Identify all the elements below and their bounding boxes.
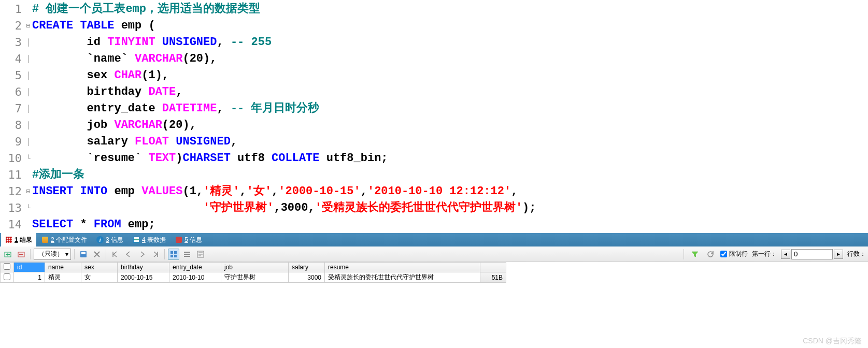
column-header[interactable]: salary bbox=[289, 263, 325, 272]
prev-row-icon[interactable] bbox=[123, 249, 134, 260]
code-token: ; bbox=[529, 201, 536, 214]
code-token: INSERT bbox=[32, 185, 73, 198]
code-token: FROM bbox=[94, 218, 121, 231]
code-line[interactable]: # 创建一个员工表emp，选用适当的数据类型 bbox=[32, 1, 868, 18]
table-row[interactable]: 1精灵女2000-10-152010-10-10守护世界树3000受精灵族长的委… bbox=[1, 272, 506, 283]
cell-sex[interactable]: 女 bbox=[81, 272, 118, 283]
code-token: SELECT bbox=[32, 218, 73, 231]
line-number: 7 bbox=[0, 100, 22, 117]
code-line[interactable]: SELECT * FROM emp; bbox=[32, 216, 868, 233]
limit-rows-input[interactable] bbox=[720, 251, 727, 257]
blob-size-header bbox=[480, 263, 506, 272]
filter-icon[interactable] bbox=[689, 249, 701, 260]
cell-birthday[interactable]: 2000-10-15 bbox=[118, 272, 169, 283]
fold-gutter[interactable]: ⊟│││││││└ ⊟└ bbox=[26, 1, 32, 233]
fold-marker[interactable]: ⊟ bbox=[26, 18, 32, 34]
code-token: FLOAT bbox=[135, 135, 169, 148]
cell-salary[interactable]: 3000 bbox=[289, 272, 325, 283]
header-checkbox-cell[interactable] bbox=[1, 263, 14, 272]
code-token: utf8 bbox=[231, 152, 272, 165]
code-line[interactable]: INSERT INTO emp VALUES(1,'精灵','女','2000-… bbox=[32, 183, 868, 200]
column-header[interactable]: job bbox=[221, 263, 289, 272]
firstrow-increment-icon[interactable]: ► bbox=[834, 250, 843, 259]
save-icon[interactable] bbox=[78, 249, 89, 260]
result-tab[interactable]: 1 结果 bbox=[1, 233, 36, 247]
code-token: 3000 bbox=[281, 201, 308, 214]
code-token: , bbox=[239, 185, 246, 198]
code-token: ; bbox=[148, 218, 155, 231]
code-line[interactable]: id TINYINT UNSIGNED, -- 255 bbox=[32, 34, 868, 51]
code-line[interactable]: `name` VARCHAR(20), bbox=[32, 51, 868, 67]
code-editor[interactable]: 1234567891011121314 ⊟│││││││└ ⊟└ # 创建一个员… bbox=[0, 0, 868, 233]
grid-view-icon[interactable] bbox=[168, 249, 179, 260]
text-view-icon[interactable] bbox=[195, 249, 206, 260]
code-token: ( bbox=[182, 185, 189, 198]
cell-resume[interactable]: 受精灵族长的委托世世代代守护世界树 bbox=[325, 272, 480, 283]
line-number-gutter: 1234567891011121314 bbox=[0, 1, 26, 233]
code-token: CHARSET bbox=[182, 152, 230, 165]
result-tab[interactable]: 2 个配置文件 bbox=[37, 233, 91, 247]
code-token bbox=[155, 36, 162, 49]
code-token: # 创建一个员工表emp，选用适当的数据类型 bbox=[32, 3, 260, 16]
code-line[interactable]: job VARCHAR(20), bbox=[32, 117, 868, 134]
column-header[interactable]: entry_date bbox=[169, 263, 221, 272]
firstrow-decrement-icon[interactable]: ◄ bbox=[781, 250, 790, 259]
code-line[interactable]: sex CHAR(1), bbox=[32, 67, 868, 84]
cell-name[interactable]: 精灵 bbox=[45, 272, 81, 283]
code-token: TINYINT bbox=[107, 36, 155, 49]
code-token: ) bbox=[203, 52, 210, 65]
svg-rect-9 bbox=[170, 255, 173, 257]
form-view-icon[interactable] bbox=[181, 249, 193, 260]
line-number: 3 bbox=[0, 34, 22, 51]
results-grid[interactable]: idnamesexbirthdayentry_datejobsalaryresu… bbox=[0, 262, 868, 283]
first-row-input[interactable] bbox=[791, 249, 833, 259]
code-token: ( bbox=[182, 52, 189, 65]
code-token: , bbox=[308, 201, 315, 214]
next-row-icon[interactable] bbox=[136, 249, 148, 260]
column-header[interactable]: id bbox=[14, 263, 45, 272]
result-tab[interactable]: i3 信息 bbox=[92, 233, 127, 247]
readonly-dropdown[interactable]: （只读） ▾ bbox=[34, 249, 71, 260]
row-checkbox-cell[interactable] bbox=[1, 272, 14, 283]
cancel-edit-icon[interactable] bbox=[91, 249, 103, 260]
delete-row-icon[interactable] bbox=[16, 249, 27, 260]
code-token: , bbox=[217, 36, 230, 49]
line-number: 8 bbox=[0, 117, 22, 134]
code-line[interactable]: CREATE TABLE emp ( bbox=[32, 18, 868, 34]
code-line[interactable]: #添加一条 bbox=[32, 167, 868, 183]
cell-job[interactable]: 守护世界树 bbox=[221, 272, 289, 283]
code-token: INTO bbox=[80, 185, 107, 198]
code-token: , bbox=[176, 85, 182, 98]
fold-marker: │ bbox=[26, 51, 32, 67]
limit-rows-checkbox[interactable]: 限制行 bbox=[720, 250, 748, 258]
code-content[interactable]: # 创建一个员工表emp，选用适当的数据类型CREATE TABLE emp (… bbox=[32, 1, 868, 233]
code-token: ( bbox=[148, 19, 155, 32]
result-tab[interactable]: 5 信息 bbox=[171, 233, 206, 247]
cell-id[interactable]: 1 bbox=[14, 272, 45, 283]
code-line[interactable]: salary FLOAT UNSIGNED, bbox=[32, 134, 868, 150]
code-line[interactable]: entry_date DATETIME, -- 年月日时分秒 bbox=[32, 100, 868, 117]
code-token: , bbox=[274, 201, 280, 214]
column-header[interactable]: sex bbox=[81, 263, 118, 272]
line-number: 1 bbox=[0, 1, 22, 18]
code-token: VALUES bbox=[141, 185, 182, 198]
fold-marker: │ bbox=[26, 67, 32, 84]
code-token: 20 bbox=[169, 119, 182, 132]
last-row-icon[interactable] bbox=[150, 249, 161, 260]
code-line[interactable]: `resume` TEXT)CHARSET utf8 COLLATE utf8_… bbox=[32, 150, 868, 167]
code-line[interactable]: birthday DATE, bbox=[32, 84, 868, 100]
code-line[interactable]: '守护世界树',3000,'受精灵族长的委托世世代代守护世界树'); bbox=[32, 200, 868, 216]
column-header[interactable]: resume bbox=[325, 263, 480, 272]
result-tab[interactable]: 4 表数据 bbox=[129, 233, 170, 247]
first-row-icon[interactable] bbox=[109, 249, 121, 260]
add-row-icon[interactable] bbox=[2, 249, 13, 260]
refresh-icon[interactable] bbox=[705, 249, 716, 260]
column-header[interactable]: name bbox=[45, 263, 81, 272]
column-header[interactable]: birthday bbox=[118, 263, 169, 272]
code-token: id bbox=[32, 36, 107, 49]
cell-entry_date[interactable]: 2010-10-10 bbox=[169, 272, 221, 283]
fold-marker[interactable]: ⊟ bbox=[26, 183, 32, 200]
svg-rect-6 bbox=[81, 252, 86, 254]
code-token: salary bbox=[32, 135, 135, 148]
fold-marker: │ bbox=[26, 134, 32, 150]
